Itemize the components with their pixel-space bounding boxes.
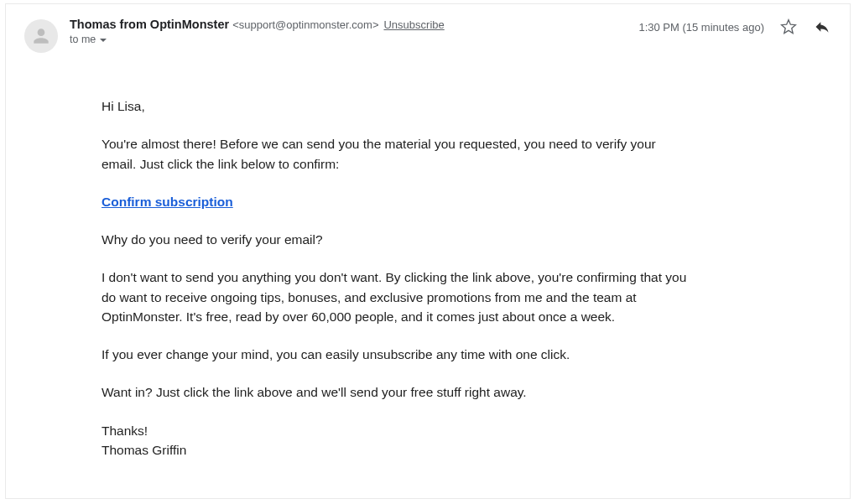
email-message: Thomas from OptinMonster <support@optinm… [5,3,851,499]
sender-name: Thomas from OptinMonster [70,18,229,31]
confirm-subscription-link[interactable]: Confirm subscription [102,195,233,209]
intro-paragraph: You're almost there! Before we can send … [102,134,689,174]
sender-email: <support@optinmonster.com> [232,18,378,31]
sender-avatar[interactable] [24,19,58,53]
explanation-paragraph: I don't want to send you anything you do… [102,268,689,326]
header-meta: 1:30 PM (15 minutes ago) [638,18,831,36]
unsubscribe-note: If you ever change your mind, you can ea… [102,345,689,364]
thanks-line: Thanks! [102,421,689,440]
person-icon [30,25,52,47]
email-body: Hi Lisa, You're almost there! Before we … [102,96,689,460]
star-button[interactable] [779,18,798,36]
star-icon [780,18,797,35]
signature-line: Thomas Griffin [102,440,689,460]
reply-icon [814,18,830,35]
email-header: Thomas from OptinMonster <support@optinm… [24,18,831,53]
recipient-line[interactable]: to me [70,34,627,45]
reply-button[interactable] [813,18,831,36]
cta-paragraph: Want in? Just click the link above and w… [102,382,689,402]
email-timestamp: 1:30 PM (15 minutes ago) [638,21,764,34]
why-question: Why do you need to verify your email? [102,230,689,249]
chevron-down-icon [100,39,107,42]
unsubscribe-link[interactable]: Unsubscribe [383,18,444,31]
sender-info: Thomas from OptinMonster <support@optinm… [70,18,627,45]
greeting: Hi Lisa, [102,96,689,116]
to-label: to me [70,34,96,45]
